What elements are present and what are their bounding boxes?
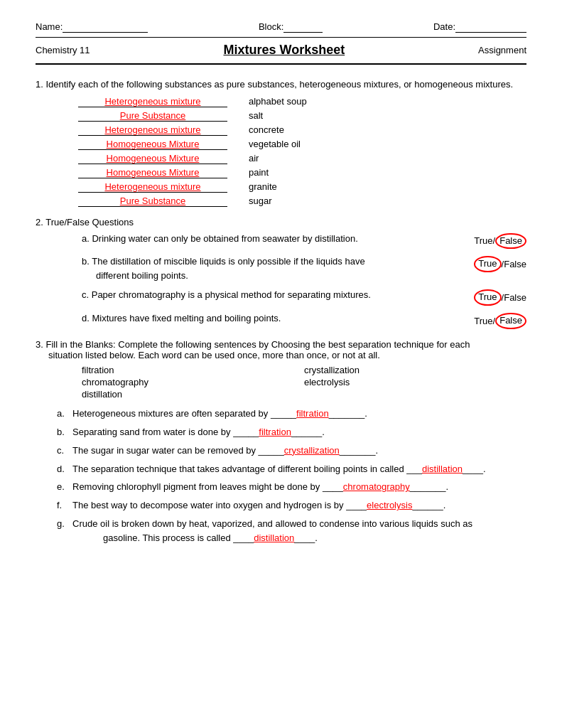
- substance-label: concrete: [249, 124, 284, 135]
- question-3: 3. Fill in the Blanks: Complete the foll…: [36, 339, 526, 543]
- substance-label: paint: [249, 167, 269, 178]
- tf-text: a. Drinking water can only be obtained f…: [36, 232, 463, 246]
- fill-answer: filtration: [259, 427, 291, 437]
- block-label: Block:: [259, 21, 323, 33]
- answer-row: Pure Substancesugar: [36, 196, 526, 207]
- fill-letter: c.: [57, 444, 72, 459]
- tf-row: b. The distillation of miscible liquids …: [36, 255, 526, 282]
- fill-letter: b.: [57, 425, 72, 440]
- answer-label: Heterogeneous mixture: [78, 181, 227, 193]
- q2-label: 2. True/False Questions: [36, 217, 526, 228]
- q2-items: a. Drinking water can only be obtained f…: [36, 232, 526, 330]
- answer-row: Heterogeneous mixturealphabet soup: [36, 96, 526, 107]
- fill-row: e.Removing chlorophyll pigment from leav…: [57, 480, 526, 495]
- substance-label: alphabet soup: [249, 96, 307, 107]
- fill-row: a.Heterogeneous mixtures are often separ…: [57, 407, 526, 422]
- word-bank-item: crystallization: [304, 365, 526, 375]
- answer-row: Homogeneous Mixtureair: [36, 153, 526, 164]
- date-field[interactable]: [455, 21, 526, 33]
- answer-row: Homogeneous Mixturepaint: [36, 167, 526, 178]
- answer-row: Pure Substancesalt: [36, 110, 526, 122]
- substance-label: vegetable oil: [249, 139, 301, 149]
- fill-letter: f.: [57, 498, 72, 513]
- word-bank-item: filtration: [82, 365, 304, 375]
- fill-letter: g.: [57, 517, 72, 532]
- fill-text: Separating sand from water is done by __…: [72, 425, 526, 440]
- page-title: Mixtures Worksheet: [223, 43, 345, 58]
- fill-answer-g: distillation: [254, 532, 294, 543]
- fill-answer: distillation: [422, 464, 463, 474]
- question-1: 1. Identify each of the following substa…: [36, 77, 526, 207]
- block-field[interactable]: [283, 21, 323, 33]
- tf-answer: True/False: [463, 232, 526, 250]
- answer-label: Pure Substance: [78, 196, 227, 207]
- assignment-label: Assignment: [478, 45, 526, 55]
- word-bank-item: electrolysis: [304, 377, 526, 387]
- fill-rows: a.Heterogeneous mixtures are often separ…: [36, 407, 526, 543]
- answer-label: Homogeneous Mixture: [78, 139, 227, 150]
- name-field[interactable]: [63, 21, 148, 33]
- fill-letter: a.: [57, 407, 72, 422]
- title-row: Chemistry 11 Mixtures Worksheet Assignme…: [36, 40, 526, 60]
- fill-text: Removing chlorophyll pigment from leaves…: [72, 480, 526, 495]
- substance-label: salt: [249, 110, 263, 121]
- word-bank: filtrationcrystallizationchromatographye…: [36, 365, 526, 400]
- fill-row: b.Separating sand from water is done by …: [57, 425, 526, 440]
- tf-answer: True/False: [463, 311, 526, 329]
- fill-row-continued: gasoline. This process is called ____dis…: [57, 532, 526, 543]
- fill-text: The separation technique that takes adva…: [72, 462, 526, 477]
- answer-label: Homogeneous Mixture: [78, 153, 227, 164]
- answer-label: Pure Substance: [78, 110, 227, 122]
- question-2: 2. True/False Questions a. Drinking wate…: [36, 217, 526, 330]
- tf-text: b. The distillation of miscible liquids …: [36, 255, 463, 282]
- header: Name: Block: Date:: [36, 21, 526, 33]
- fill-text: Heterogeneous mixtures are often separat…: [72, 407, 526, 422]
- word-bank-item: distillation: [82, 389, 304, 400]
- answer-label: Heterogeneous mixture: [78, 96, 227, 107]
- q3-label: 3. Fill in the Blanks: Complete the foll…: [36, 339, 526, 350]
- tf-row: a. Drinking water can only be obtained f…: [36, 232, 526, 250]
- substance-label: air: [249, 153, 259, 164]
- tf-text: d. Mixtures have fixed melting and boili…: [36, 311, 463, 326]
- tf-row: c. Paper chromatography is a physical me…: [36, 288, 526, 306]
- fill-row: f.The best way to decompose water into o…: [57, 498, 526, 513]
- tf-text: c. Paper chromatography is a physical me…: [36, 288, 463, 302]
- fill-text: Crude oil is broken down by heat, vapori…: [72, 517, 526, 532]
- fill-row: g.Crude oil is broken down by heat, vapo…: [57, 517, 526, 532]
- answer-label: Homogeneous Mixture: [78, 167, 227, 178]
- q1-items: Heterogeneous mixturealphabet soupPure S…: [36, 96, 526, 207]
- tf-answer: True/False: [463, 288, 526, 306]
- word-bank-item: chromatography: [82, 377, 304, 387]
- name-label: Name:: [36, 21, 148, 33]
- substance-label: sugar: [249, 196, 272, 206]
- date-label: Date:: [433, 21, 526, 33]
- fill-answer: crystallization: [284, 445, 340, 456]
- fill-answer: electrolysis: [367, 500, 412, 510]
- fill-letter: e.: [57, 480, 72, 495]
- fill-row: c.The sugar in sugar water can be remove…: [57, 444, 526, 459]
- fill-row: d.The separation technique that takes ad…: [57, 462, 526, 477]
- q3-label2: situation listed below. Each word can be…: [36, 350, 526, 360]
- answer-row: Heterogeneous mixturegranite: [36, 181, 526, 193]
- fill-letter: d.: [57, 462, 72, 477]
- fill-answer: filtration: [296, 408, 329, 419]
- word-bank-item: [304, 389, 526, 400]
- chemistry-label: Chemistry 11: [36, 45, 90, 55]
- answer-label: Heterogeneous mixture: [78, 124, 227, 136]
- answer-row: Heterogeneous mixtureconcrete: [36, 124, 526, 136]
- tf-row: d. Mixtures have fixed melting and boili…: [36, 311, 526, 329]
- substance-label: granite: [249, 181, 277, 192]
- fill-answer: chromatography: [343, 481, 410, 492]
- fill-text: The best way to decompose water into oxy…: [72, 498, 526, 513]
- q1-text: 1. Identify each of the following substa…: [36, 77, 526, 92]
- answer-row: Homogeneous Mixturevegetable oil: [36, 139, 526, 150]
- tf-answer: True/False: [463, 255, 526, 272]
- fill-text: The sugar in sugar water can be removed …: [72, 444, 526, 459]
